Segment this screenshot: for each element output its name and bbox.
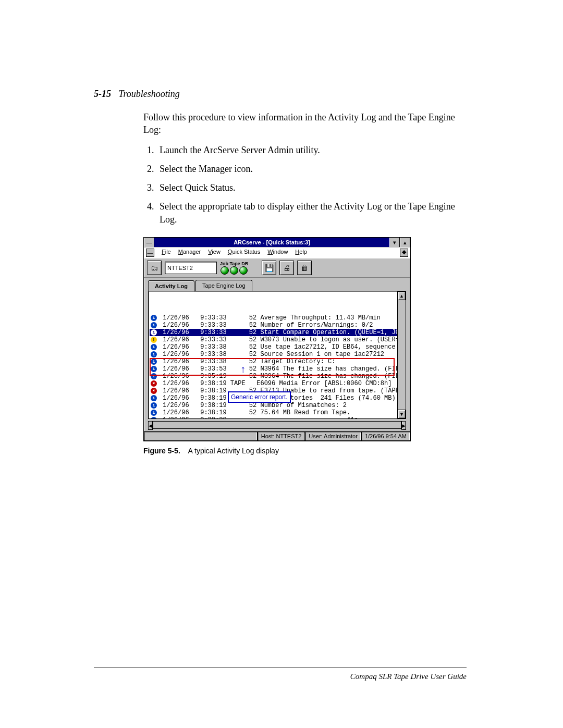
running-head: 5-15 Troubleshooting	[94, 89, 467, 100]
log-row[interactable]: i 1/26/96 9:33:53 52 N3964 The file size…	[150, 365, 397, 373]
minimize-button[interactable]: ▾	[389, 238, 400, 247]
info-icon: i	[151, 417, 157, 418]
lamp-job-icon	[221, 266, 229, 275]
step-4: Select the appropriate tab to display ei…	[156, 200, 467, 226]
screenshot-figure: — ARCserve - [Quick Status:3] ▾ ▴ — File…	[143, 237, 467, 455]
system-menu-icon[interactable]: —	[144, 238, 154, 247]
figure-caption: Figure 5-5. A typical Activity Log displ…	[143, 447, 467, 455]
info-icon: i	[151, 359, 157, 365]
status-lamps: Job Tape DB	[220, 262, 248, 275]
callout-label: Generic error report.	[228, 391, 291, 403]
status-spacer	[144, 431, 258, 441]
log-row[interactable]: i 1/26/96 9:38:19 52 75.64 MB Read from …	[150, 409, 397, 416]
trash-icon[interactable]: 🗑	[297, 261, 312, 275]
intro-para: Follow this procedure to view informatio…	[143, 111, 467, 137]
scroll-up-button[interactable]: ▲	[398, 291, 406, 300]
log-listbox[interactable]: i 1/26/96 9:33:33 52 Average Throughput:…	[149, 291, 397, 418]
hscroll-track[interactable]	[153, 421, 401, 429]
tab-tape-engine-log[interactable]: Tape Engine Log	[195, 280, 252, 291]
tab-activity-log[interactable]: Activity Log	[148, 280, 194, 291]
child-restore-button[interactable]: ◆	[400, 249, 408, 257]
menu-help[interactable]: Help	[295, 249, 307, 257]
procedure-list: Launch the ArcServe Server Admin utility…	[143, 144, 467, 226]
log-row[interactable]: i 1/26/96 9:33:33 52 Number of Errors/Wa…	[150, 322, 397, 329]
info-icon: i	[151, 351, 157, 357]
statusbar: Host: NTTEST2 User: Administrator 1/26/9…	[144, 431, 410, 441]
maximize-button[interactable]: ▴	[400, 238, 410, 247]
error-icon: ✖	[151, 388, 157, 394]
info-icon: i	[151, 410, 157, 416]
log-row-text: 1/26/96 9:38:19 52 75.64 MB Read from Ta…	[159, 409, 350, 416]
sel-icon: i	[151, 329, 157, 336]
log-row[interactable]: i 1/26/96 9:33:33 52 Start Compare Opera…	[150, 329, 397, 336]
log-row[interactable]: i 1/26/96 9:38:20 41s	[150, 416, 397, 418]
log-row-text: 1/26/96 9:33:33 52 Number of Errors/Warn…	[159, 322, 373, 329]
info-icon: i	[151, 322, 157, 328]
log-row-text: 1/26/96 9:33:33 52 W3073 Unable to logon…	[159, 336, 397, 343]
tape-drive-icon[interactable]: 💾	[262, 261, 276, 275]
lamps-label: Job Tape DB	[220, 262, 248, 266]
log-row-text: 1/26/96 9:33:38 52 Source Session 1 on t…	[159, 351, 384, 358]
scroll-right-button[interactable]: ▶	[401, 421, 406, 430]
log-row[interactable]: ✖ 1/26/96 9:38:19 TAPE E6096 Media Error…	[150, 380, 397, 387]
tree-view-icon[interactable]: 🗂	[147, 261, 162, 275]
menu-view[interactable]: View	[208, 249, 221, 257]
log-row-text: 1/26/96 9:33:33 52 Start Compare Operati…	[159, 329, 397, 336]
scroll-track[interactable]	[398, 300, 406, 410]
log-row-text: 1/26/96 9:33:38 52 Use tape 1ac27212, ID…	[159, 343, 397, 351]
page: 5-15 Troubleshooting Follow this procedu…	[0, 0, 563, 728]
window-title: ARCserve - [Quick Status:3]	[154, 238, 389, 247]
menu-manager[interactable]: Manager	[178, 249, 201, 257]
info-icon: i	[151, 402, 157, 409]
info-icon: i	[151, 344, 157, 350]
step-2: Select the Manager icon.	[156, 163, 467, 175]
status-host: Host: NTTEST2	[258, 431, 305, 441]
menu-window[interactable]: Window	[267, 249, 288, 257]
log-row-text: 1/26/96 9:38:20 41s	[159, 416, 358, 418]
vertical-scrollbar[interactable]: ▲ ▼	[397, 291, 406, 418]
host-field[interactable]	[165, 262, 217, 274]
log-row-text: 1/26/96 9:35:19 52 N3964 The file size h…	[159, 373, 397, 380]
arcserve-window: — ARCserve - [Quick Status:3] ▾ ▴ — File…	[143, 237, 411, 441]
footer-text: Compaq SLR Tape Drive User Guide	[350, 672, 467, 681]
figure-text: A typical Activity Log display	[188, 447, 279, 455]
log-row[interactable]: i 1/26/96 9:33:38 52 Target Directory: C…	[150, 358, 397, 365]
scroll-down-button[interactable]: ▼	[398, 410, 406, 418]
tab-strip: Activity Log Tape Engine Log	[144, 278, 410, 291]
log-row-text: 1/26/96 9:33:53 52 N3964 The file size h…	[159, 365, 397, 373]
step-1: Launch the ArcServe Server Admin utility…	[156, 144, 467, 156]
log-row-text: 1/26/96 9:38:19 52 Number of Mismatches:…	[159, 402, 347, 409]
log-row[interactable]: i 1/26/96 9:35:19 52 N3964 The file size…	[150, 373, 397, 380]
scroll-left-button[interactable]: ◀	[148, 421, 153, 430]
printer-icon[interactable]: 🖨	[279, 261, 294, 275]
toolbar: 🗂 Job Tape DB 💾 🖨 🗑	[144, 258, 410, 278]
error-icon: ✖	[151, 380, 157, 387]
log-row[interactable]: i 1/26/96 9:38:19 52 Number of Mismatche…	[150, 402, 397, 409]
status-datetime: 1/26/96 9:54 AM	[361, 431, 410, 441]
section-title: Troubleshooting	[119, 89, 180, 99]
horizontal-scrollbar[interactable]: ◀ ▶	[148, 421, 406, 429]
menu-file[interactable]: File	[162, 249, 171, 257]
titlebar[interactable]: — ARCserve - [Quick Status:3] ▾ ▴	[144, 238, 410, 247]
log-row[interactable]: i 1/26/96 9:33:38 52 Use tape 1ac27212, …	[150, 343, 397, 351]
lamp-tape-icon	[230, 266, 238, 275]
footer-rule	[94, 668, 467, 668]
info-icon: i	[151, 395, 157, 401]
page-number: 5-15	[94, 89, 111, 99]
log-row[interactable]: i 1/26/96 9:33:38 52 Source Session 1 on…	[150, 351, 397, 358]
log-row[interactable]: i 1/26/96 9:33:33 52 Average Throughput:…	[150, 314, 397, 322]
log-row-text: 1/26/96 9:33:33 52 Average Throughput: 1…	[159, 314, 381, 322]
log-row-text: 1/26/96 9:33:38 52 Target Directory: C:	[159, 358, 335, 365]
menu-quickstatus[interactable]: Quick Status	[228, 249, 260, 257]
figure-label: Figure 5-5.	[143, 447, 180, 455]
child-sysmenu-icon[interactable]: —	[146, 249, 154, 257]
info-icon: i	[151, 373, 157, 379]
info-icon: i	[151, 366, 157, 372]
menubar[interactable]: — File Manager View Quick Status Window …	[144, 247, 410, 258]
status-user: User: Administrator	[305, 431, 361, 441]
step-3: Select Quick Status.	[156, 181, 467, 194]
info-icon: i	[151, 315, 157, 321]
log-row[interactable]: ! 1/26/96 9:33:33 52 W3073 Unable to log…	[150, 336, 397, 343]
lamp-db-icon	[239, 266, 248, 275]
body-text: Follow this procedure to view informatio…	[143, 111, 467, 226]
